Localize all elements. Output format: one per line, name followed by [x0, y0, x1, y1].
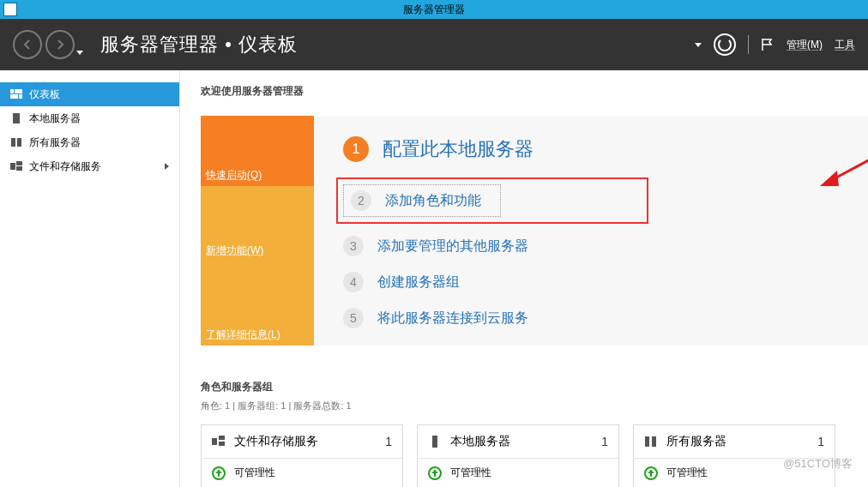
step-2[interactable]: 2 添加角色和功能: [343, 184, 501, 217]
storage-icon: [10, 161, 22, 171]
card-title: 所有服务器: [666, 434, 809, 449]
status-up-icon: [428, 466, 442, 480]
left-tiles: 快速启动(Q) 新增功能(W) 了解详细信息(L): [201, 116, 314, 346]
cards-row: 文件和存储服务 1 可管理性 本地服务器 1 可管理性: [201, 424, 868, 487]
svg-rect-15: [432, 436, 437, 448]
breadcrumb: 服务器管理器 • 仪表板: [100, 32, 298, 57]
servers-icon: [644, 436, 658, 448]
step-5[interactable]: 5 将此服务器连接到云服务: [343, 308, 842, 328]
svg-rect-2: [10, 94, 18, 99]
window-title: 服务器管理器: [403, 3, 465, 17]
svg-rect-7: [10, 163, 15, 170]
step-number: 2: [351, 190, 371, 211]
card-count: 1: [385, 435, 392, 448]
svg-rect-9: [16, 166, 22, 171]
dashboard-icon: [10, 89, 22, 99]
header-tools: 管理(M) 工具: [695, 33, 855, 56]
menu-manage[interactable]: 管理(M): [787, 38, 823, 52]
card-title: 文件和存储服务: [234, 434, 377, 449]
card-row-label: 可管理性: [666, 466, 708, 480]
sidebar-item-label: 本地服务器: [29, 111, 81, 126]
svg-rect-17: [652, 436, 656, 447]
back-button[interactable]: [13, 30, 42, 59]
tile-label: 新增功能(W): [206, 244, 263, 258]
svg-rect-3: [19, 94, 22, 99]
card-count: 1: [817, 435, 824, 448]
app-icon: [3, 3, 17, 16]
step-number: 1: [343, 136, 369, 162]
sidebar-item-storage[interactable]: 文件和存储服务: [0, 154, 179, 178]
chevron-down-icon[interactable]: [695, 43, 702, 47]
svg-rect-14: [219, 442, 225, 446]
breadcrumb-page: 仪表板: [238, 33, 298, 55]
tile-label: 了解详细信息(L): [206, 328, 280, 342]
card-storage[interactable]: 文件和存储服务 1 可管理性: [201, 424, 403, 487]
servers-icon: [10, 137, 22, 147]
card-local[interactable]: 本地服务器 1 可管理性: [417, 424, 619, 487]
nav-dropdown-icon[interactable]: [76, 51, 83, 55]
highlight-frame: 2 添加角色和功能: [336, 177, 648, 224]
step-number: 4: [343, 272, 364, 292]
card-row-label: 可管理性: [234, 466, 275, 480]
svg-rect-12: [212, 438, 217, 445]
svg-rect-13: [219, 436, 225, 440]
sidebar-item-label: 文件和存储服务: [29, 159, 101, 174]
svg-rect-0: [10, 89, 14, 93]
card-count: 1: [601, 435, 608, 448]
sidebar-item-label: 所有服务器: [29, 135, 81, 150]
svg-marker-11: [820, 171, 839, 186]
step-3[interactable]: 3 添加要管理的其他服务器: [343, 236, 842, 256]
step-text: 添加要管理的其他服务器: [377, 237, 528, 256]
steps-area: 1 配置此本地服务器 2 添加角色和功能 3 添加要管理的其他服务器 4 创建服…: [314, 116, 868, 346]
tile-label: 快速启动(Q): [206, 168, 262, 183]
svg-rect-1: [15, 89, 22, 93]
step-4[interactable]: 4 创建服务器组: [343, 272, 842, 292]
roles-subtitle: 角色: 1 | 服务器组: 1 | 服务器总数: 1: [201, 400, 868, 412]
step-text: 配置此本地服务器: [383, 136, 533, 162]
breadcrumb-app: 服务器管理器: [100, 33, 219, 55]
step-1[interactable]: 1 配置此本地服务器: [343, 136, 842, 162]
step-number: 3: [343, 236, 364, 256]
sidebar: 仪表板 本地服务器 所有服务器 文件和存储服务: [0, 70, 180, 487]
menu-tools[interactable]: 工具: [835, 38, 855, 52]
toolbar: 服务器管理器 • 仪表板 管理(M) 工具: [0, 19, 868, 70]
welcome-title: 欢迎使用服务器管理器: [201, 84, 868, 99]
status-up-icon: [644, 466, 658, 480]
card-row-label: 可管理性: [450, 466, 491, 480]
svg-rect-4: [13, 113, 20, 123]
tile-whatsnew[interactable]: 新增功能(W): [201, 186, 314, 262]
svg-rect-6: [17, 138, 21, 147]
tile-learnmore[interactable]: 了解详细信息(L): [201, 262, 314, 346]
svg-rect-8: [16, 161, 22, 165]
refresh-button[interactable]: [714, 33, 736, 56]
storage-icon: [212, 436, 226, 448]
roles-title: 角色和服务器组: [201, 380, 868, 394]
forward-button[interactable]: [45, 30, 75, 59]
breadcrumb-sep: •: [225, 33, 238, 55]
svg-rect-16: [645, 436, 649, 447]
content-area: 欢迎使用服务器管理器 快速启动(Q) 新增功能(W) 了解详细信息(L) 1 配…: [180, 70, 868, 487]
sidebar-item-dashboard[interactable]: 仪表板: [0, 82, 179, 106]
chevron-right-icon: [165, 163, 169, 170]
sidebar-item-label: 仪表板: [29, 87, 60, 102]
tile-quickstart[interactable]: 快速启动(Q): [201, 116, 314, 186]
separator: [748, 35, 749, 54]
step-number: 5: [343, 308, 364, 328]
sidebar-item-local[interactable]: 本地服务器: [0, 106, 179, 130]
server-icon: [10, 113, 22, 123]
server-icon: [428, 436, 442, 448]
step-text: 添加角色和功能: [385, 192, 481, 210]
flag-icon[interactable]: [761, 38, 775, 51]
title-bar: 服务器管理器: [0, 0, 868, 19]
watermark: @51CTO博客: [783, 456, 853, 472]
step-text: 创建服务器组: [377, 274, 460, 292]
status-up-icon: [212, 466, 226, 480]
svg-rect-5: [11, 138, 15, 147]
sidebar-item-all[interactable]: 所有服务器: [0, 130, 179, 154]
step-text: 将此服务器连接到云服务: [377, 310, 528, 328]
card-title: 本地服务器: [450, 434, 593, 449]
